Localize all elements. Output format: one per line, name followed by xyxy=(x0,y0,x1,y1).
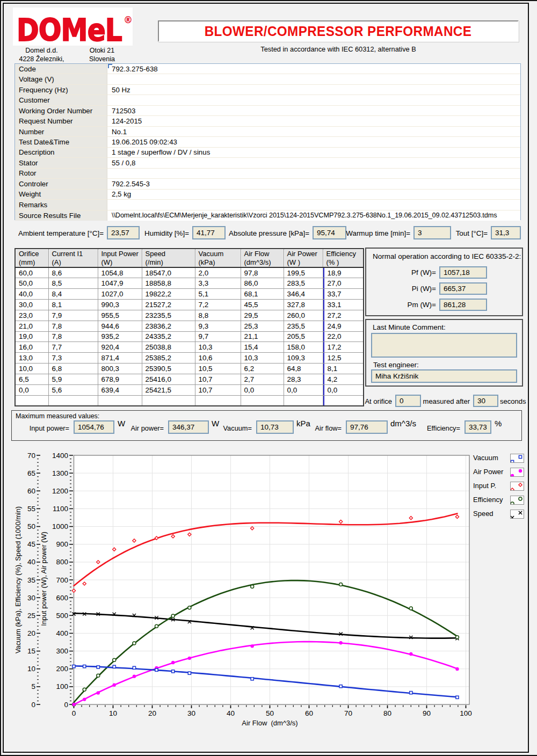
max-input[interactable]: 346,37 xyxy=(168,420,209,434)
table-cell[interactable]: 45,5 xyxy=(241,300,284,310)
env-input[interactable]: 3 xyxy=(413,226,451,239)
form-value[interactable]: 792.2.545-3 xyxy=(107,179,520,189)
table-cell[interactable]: 25416,0 xyxy=(142,374,195,384)
table-cell[interactable]: 24335,2 xyxy=(142,331,195,342)
pm-input[interactable]: 861,28 xyxy=(439,299,487,311)
form-value[interactable]: 712503 xyxy=(107,106,520,116)
table-cell[interactable] xyxy=(195,395,241,406)
table-cell[interactable] xyxy=(48,395,98,406)
table-cell[interactable]: 7,8 xyxy=(48,321,98,331)
table-cell[interactable]: 2,7 xyxy=(241,374,284,384)
table-cell[interactable] xyxy=(142,395,195,406)
table-cell[interactable]: 50,0 xyxy=(15,278,48,289)
table-cell[interactable]: 17,2 xyxy=(323,342,364,353)
table-cell[interactable] xyxy=(241,395,284,406)
table-cell[interactable]: 6,5 xyxy=(15,374,48,384)
table-cell[interactable]: 9,7 xyxy=(195,331,241,342)
table-cell[interactable]: 86,0 xyxy=(241,278,284,289)
table-cell[interactable]: 944,6 xyxy=(98,321,142,331)
table-cell[interactable]: 346,4 xyxy=(284,289,323,300)
table-cell[interactable]: 0,0 xyxy=(323,384,364,395)
table-cell[interactable]: 205,5 xyxy=(284,331,323,342)
table-cell[interactable]: 8,1 xyxy=(48,300,98,310)
table-cell[interactable]: 25385,2 xyxy=(142,353,195,364)
table-cell[interactable]: 60,0 xyxy=(15,267,48,278)
form-value[interactable]: 50 Hz xyxy=(107,85,520,95)
table-cell[interactable]: 8,8 xyxy=(195,310,241,321)
table-cell[interactable] xyxy=(98,395,142,406)
table-cell[interactable]: 25421,5 xyxy=(142,384,195,395)
table-cell[interactable]: 283,5 xyxy=(284,278,323,289)
table-cell[interactable]: 25390,5 xyxy=(142,364,195,374)
table-cell[interactable]: 8,5 xyxy=(48,278,98,289)
table-cell[interactable]: 28,3 xyxy=(284,374,323,384)
legend-item-speed[interactable]: Speed xyxy=(473,510,494,518)
table-cell[interactable]: 6,2 xyxy=(241,364,284,374)
table-cell[interactable]: 1027,0 xyxy=(98,289,142,300)
table-cell[interactable]: 955,5 xyxy=(98,310,142,321)
table-cell[interactable]: 327,8 xyxy=(284,300,323,310)
form-value[interactable]: 124-2015 xyxy=(107,116,520,126)
table-cell[interactable]: 8,6 xyxy=(48,267,98,278)
table-cell[interactable]: 22,0 xyxy=(323,331,364,342)
table-cell[interactable]: 10,3 xyxy=(241,353,284,364)
table-cell[interactable]: 97,8 xyxy=(241,267,284,278)
form-value[interactable]: 792.3.275-638 xyxy=(107,64,520,74)
table-cell[interactable]: 7,8 xyxy=(48,331,98,342)
table-cell[interactable]: 7,9 xyxy=(48,310,98,321)
legend-swatch-vacuum[interactable] xyxy=(510,454,524,463)
max-input[interactable]: 10,73 xyxy=(256,420,294,434)
table-cell[interactable]: 6,8 xyxy=(48,364,98,374)
table-cell[interactable]: 18547,0 xyxy=(142,267,195,278)
table-cell[interactable]: 935,2 xyxy=(98,331,142,342)
table-cell[interactable]: 13,0 xyxy=(15,353,48,364)
table-cell[interactable]: 33,1 xyxy=(323,300,364,310)
table-cell[interactable]: 23235,5 xyxy=(142,310,195,321)
table-cell[interactable]: 8,1 xyxy=(323,364,364,374)
table-cell[interactable]: 29,5 xyxy=(241,310,284,321)
table-cell[interactable]: 21,1 xyxy=(241,331,284,342)
table-cell[interactable]: 8,4 xyxy=(48,289,98,300)
table-cell[interactable]: 5,9 xyxy=(48,374,98,384)
table-cell[interactable]: 30,0 xyxy=(15,300,48,310)
table-cell[interactable]: 16,0 xyxy=(15,342,48,353)
table-cell[interactable]: 10,7 xyxy=(195,374,241,384)
table-cell[interactable]: 5,6 xyxy=(48,384,98,395)
table-cell[interactable]: 7,3 xyxy=(48,353,98,364)
table-cell[interactable]: 23,0 xyxy=(15,310,48,321)
form-value[interactable]: No.1 xyxy=(107,127,520,137)
table-cell[interactable]: 27,0 xyxy=(323,278,364,289)
legend-item-air-power[interactable]: Air Power xyxy=(473,468,503,476)
table-cell[interactable]: 990,3 xyxy=(98,300,142,310)
measured-after-input[interactable]: 30 xyxy=(473,395,498,407)
table-cell[interactable]: 1054,8 xyxy=(98,267,142,278)
table-cell[interactable]: 235,5 xyxy=(284,321,323,331)
form-value[interactable]: 19.06.2015 09:02:43 xyxy=(107,137,520,147)
table-cell[interactable]: 64,8 xyxy=(284,364,323,374)
form-value[interactable] xyxy=(107,95,520,105)
table-cell[interactable]: 678,9 xyxy=(98,374,142,384)
table-cell[interactable]: 0,0 xyxy=(15,384,48,395)
form-value[interactable] xyxy=(107,169,520,179)
table-cell[interactable]: 4,2 xyxy=(323,374,364,384)
legend-item-input-p-[interactable]: Input P. xyxy=(473,482,496,490)
table-cell[interactable] xyxy=(323,395,364,406)
at-orifice-input[interactable]: 0 xyxy=(395,395,421,407)
max-input[interactable]: 33,73 xyxy=(465,420,491,434)
test-engineer-input[interactable]: Miha Kržišnik xyxy=(371,369,517,383)
table-cell[interactable]: 871,4 xyxy=(98,353,142,364)
table-cell[interactable]: 1047,9 xyxy=(98,278,142,289)
env-input[interactable]: 95,74 xyxy=(313,226,346,239)
form-value[interactable]: 2,5 kg xyxy=(107,190,520,200)
form-value[interactable]: 55 / 0,8 xyxy=(107,158,520,168)
form-value[interactable] xyxy=(107,74,520,84)
table-cell[interactable]: 9,3 xyxy=(195,321,241,331)
table-cell[interactable]: 40,0 xyxy=(15,289,48,300)
legend-swatch-speed[interactable] xyxy=(510,510,524,519)
legend-swatch-air-power[interactable] xyxy=(510,468,524,477)
table-cell[interactable]: 260,0 xyxy=(284,310,323,321)
max-input[interactable]: 1054,76 xyxy=(74,420,114,434)
table-cell[interactable]: 68,1 xyxy=(241,289,284,300)
table-cell[interactable]: 5,1 xyxy=(195,289,241,300)
legend-item-efficiency[interactable]: Efficiency xyxy=(473,496,503,504)
